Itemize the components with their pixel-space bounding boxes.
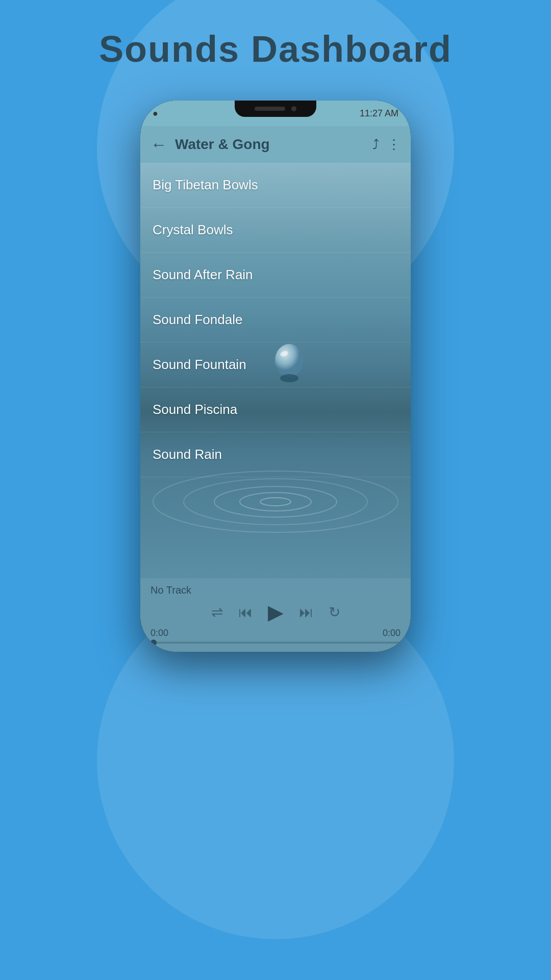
player-controls: ⇌ ⏮ ▶ ⏭ ↻ xyxy=(151,600,400,624)
player-bar: No Track ⇌ ⏮ ▶ ⏭ ↻ 0:00 0:00 xyxy=(140,578,411,652)
track-item-5[interactable]: Sound Fountain xyxy=(140,342,411,387)
notch xyxy=(235,101,316,117)
player-track-name: No Track xyxy=(151,584,400,596)
svg-point-7 xyxy=(260,498,291,506)
share-icon[interactable]: ⤴ xyxy=(372,137,379,153)
player-time-current: 0:00 xyxy=(151,628,168,639)
player-time-row: 0:00 0:00 xyxy=(151,628,400,639)
shuffle-button[interactable]: ⇌ xyxy=(211,604,223,621)
content-area: Big Tibetan Bowls Crystal Bowls Sound Af… xyxy=(140,163,411,578)
svg-point-6 xyxy=(240,493,311,511)
status-time: 11:27 AM xyxy=(360,108,398,119)
track-item-4[interactable]: Sound Fondale xyxy=(140,298,411,342)
svg-point-4 xyxy=(184,479,367,525)
svg-point-5 xyxy=(214,486,337,517)
track-item-6[interactable]: Sound Piscina xyxy=(140,387,411,432)
track-name-3: Sound After Rain xyxy=(153,267,253,282)
status-signal: ● xyxy=(153,108,158,119)
phone-frame: ● 11:27 AM ← Water & Gong ⤴ ⋮ xyxy=(140,101,411,652)
status-bar: ● 11:27 AM xyxy=(140,101,411,126)
svg-point-3 xyxy=(153,471,398,532)
track-name-5: Sound Fountain xyxy=(153,357,246,372)
play-button[interactable]: ▶ xyxy=(268,600,284,624)
track-name-2: Crystal Bowls xyxy=(153,222,233,237)
repeat-button[interactable]: ↻ xyxy=(329,604,340,621)
track-item-2[interactable]: Crystal Bowls xyxy=(140,208,411,253)
phone-screen: ● 11:27 AM ← Water & Gong ⤴ ⋮ xyxy=(140,101,411,652)
app-bar: ← Water & Gong ⤴ ⋮ xyxy=(140,126,411,163)
app-bar-actions: ⤴ ⋮ xyxy=(372,137,400,153)
track-item-1[interactable]: Big Tibetan Bowls xyxy=(140,163,411,208)
page-title: Sounds Dashboard xyxy=(99,28,452,70)
track-list: Big Tibetan Bowls Crystal Bowls Sound Af… xyxy=(140,163,411,477)
speaker xyxy=(255,107,285,111)
next-button[interactable]: ⏭ xyxy=(299,604,313,621)
back-button[interactable]: ← xyxy=(151,135,167,154)
more-options-icon[interactable]: ⋮ xyxy=(387,137,400,153)
prev-button[interactable]: ⏮ xyxy=(238,604,253,621)
track-item-3[interactable]: Sound After Rain xyxy=(140,253,411,298)
track-name-4: Sound Fondale xyxy=(153,312,242,327)
player-progress-indicator xyxy=(151,640,157,646)
player-progress-bar[interactable] xyxy=(151,642,400,644)
camera xyxy=(291,106,296,111)
track-name-7: Sound Rain xyxy=(153,447,222,462)
track-name-1: Big Tibetan Bowls xyxy=(153,177,258,192)
app-bar-title: Water & Gong xyxy=(175,136,364,153)
track-item-7[interactable]: Sound Rain xyxy=(140,432,411,477)
player-time-total: 0:00 xyxy=(383,628,400,639)
track-name-6: Sound Piscina xyxy=(153,402,237,417)
